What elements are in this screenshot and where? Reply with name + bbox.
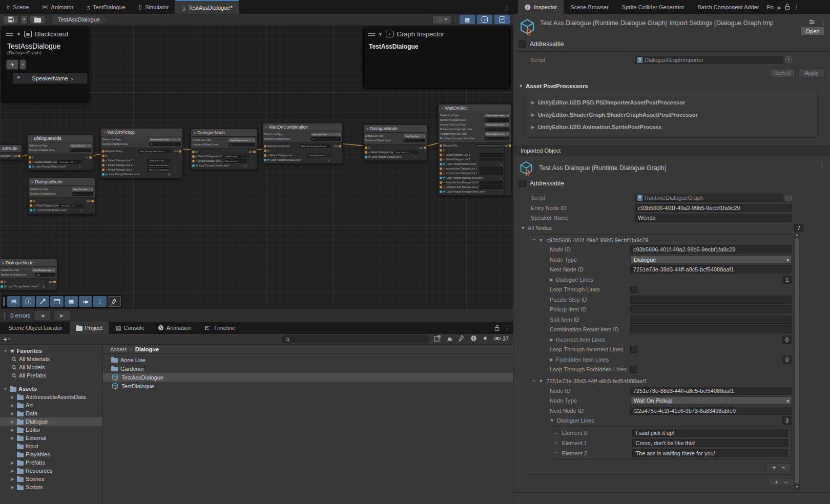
collapse-arrow-icon[interactable]: ▼ bbox=[378, 32, 383, 37]
bool-port[interactable] bbox=[264, 159, 266, 161]
window-button[interactable] bbox=[50, 296, 64, 307]
tab-project[interactable]: Project bbox=[70, 322, 109, 334]
graph-node-start[interactable]: artNode akerName out bbox=[0, 144, 22, 160]
in-port[interactable] bbox=[102, 155, 105, 157]
in-port[interactable] bbox=[29, 156, 31, 159]
blackboard-panel[interactable]: ▼ ▦ Blackboard TestAssDialogue (Dialogue… bbox=[2, 27, 89, 102]
required-item-port[interactable] bbox=[264, 145, 266, 148]
element-row[interactable]: =Element 1Cmon, don't be like this! bbox=[550, 438, 791, 448]
in-port[interactable] bbox=[30, 200, 32, 202]
asset-postprocessors-foldout[interactable]: ▼ Asset PostProcessors bbox=[513, 80, 830, 92]
tab-inspector[interactable]: i Inspector bbox=[518, 0, 564, 14]
element-0-field[interactable]: I said pick it up! bbox=[632, 429, 788, 437]
out-port[interactable] bbox=[509, 144, 511, 147]
project-item-annelise[interactable]: Anne Lise bbox=[103, 355, 513, 364]
object-picker-icon[interactable]: ⊙ bbox=[785, 195, 792, 201]
all-nodes-count[interactable]: 7 bbox=[794, 224, 803, 232]
expand-arrow[interactable]: ▶ bbox=[10, 460, 15, 465]
object-field[interactable]: Meat (Pickup Item Data) bbox=[300, 144, 330, 148]
add-property-button[interactable]: + bbox=[6, 59, 18, 70]
slot-item-id-field[interactable] bbox=[630, 316, 792, 324]
loop-through-lines-checkbox[interactable] bbox=[630, 286, 637, 293]
out-port[interactable] bbox=[18, 155, 20, 157]
count-field[interactable]: 2 bbox=[485, 128, 509, 131]
postprocessor-row[interactable]: ▶UnityEditor.ShaderGraph.ShaderGraphAsse… bbox=[526, 109, 817, 121]
line-port[interactable] bbox=[440, 154, 442, 156]
bool-port[interactable] bbox=[30, 209, 32, 212]
tab-testassdialogue[interactable]: ʒTestAssDialogue* bbox=[175, 0, 239, 14]
loop-checkbox[interactable]: ✓ bbox=[501, 163, 503, 165]
tab-batch-component-adder[interactable]: Batch Component Adder bbox=[691, 0, 766, 14]
in-port[interactable] bbox=[264, 150, 266, 152]
entry-node-id-field[interactable]: c93b5606-401f-49a2-99b5-9ecbf1fa9c29 bbox=[635, 204, 792, 212]
line-port[interactable] bbox=[440, 186, 442, 188]
line-port[interactable] bbox=[102, 164, 105, 166]
tab-scene[interactable]: #Scene bbox=[0, 0, 35, 14]
nodes-add-remove-buttons[interactable]: +− bbox=[769, 478, 794, 486]
tree-folder-dialogue[interactable]: ▶Dialogue bbox=[0, 417, 102, 426]
postprocessor-row[interactable]: ▶UnityEditor.U2D.Animation.SpritePostPro… bbox=[526, 121, 817, 133]
object-menu-icon[interactable]: ⋮ bbox=[819, 162, 825, 169]
bool-port[interactable] bbox=[1, 285, 3, 288]
tab-clipped[interactable]: Po bbox=[765, 0, 774, 14]
expand-arrow[interactable]: ▶ bbox=[10, 485, 15, 490]
tree-all-materials[interactable]: All Materials bbox=[0, 355, 102, 363]
tab-animator[interactable]: ⋈Animator bbox=[35, 0, 80, 14]
panel-menu-icon[interactable]: ⋮ bbox=[501, 325, 513, 334]
expand-arrow[interactable]: ▶ bbox=[10, 419, 15, 424]
tab-more-menu-icon[interactable]: ⋮ bbox=[501, 4, 513, 14]
apply-button[interactable]: Apply bbox=[798, 68, 825, 77]
tab-scene-browser[interactable]: Scene Browser bbox=[564, 0, 615, 14]
search-by-label-icon[interactable] bbox=[459, 335, 465, 342]
node-entry-header[interactable]: =▼c93b5606-401f-49a2-99b5-9ecbf1fa9c29 bbox=[527, 236, 794, 245]
count-field[interactable]: 1 bbox=[311, 137, 341, 141]
next-node-id-field[interactable]: 7251e73e-38d3-44ff-a8c5-bcf54088aaf1 bbox=[630, 265, 792, 274]
line-type-dropdown[interactable]: Say Multiple Lines bbox=[229, 138, 255, 142]
tab-simulator[interactable]: ▯Simulator bbox=[132, 0, 176, 14]
postprocessor-row[interactable]: ▶UnityEditor.U2D.PSD.PSDImporterAssetPos… bbox=[526, 96, 817, 109]
line-port[interactable] bbox=[192, 160, 195, 162]
search-by-type-icon[interactable] bbox=[446, 335, 453, 342]
in-port[interactable] bbox=[1, 281, 3, 283]
remove-node-button[interactable]: − bbox=[784, 479, 787, 485]
tree-all-prefabs[interactable]: All Prefabs bbox=[0, 371, 102, 380]
node-type-dropdown[interactable]: Dialogue bbox=[630, 256, 792, 264]
node-id-field[interactable]: 7251e73e-38d3-44ff-a8c5-bcf54088aaf1 bbox=[630, 387, 792, 395]
tree-folder-resources[interactable]: ▶Resources bbox=[0, 467, 102, 475]
line-type-dropdown[interactable]: Say Multiple Lines bbox=[485, 114, 509, 117]
show-in-project-button[interactable] bbox=[30, 15, 45, 24]
required-pickup-port[interactable] bbox=[102, 150, 105, 153]
out-port[interactable] bbox=[424, 146, 426, 149]
out-port[interactable] bbox=[89, 156, 92, 159]
count-field[interactable]: 2 bbox=[485, 137, 509, 140]
bool-port[interactable] bbox=[29, 165, 31, 168]
add-node-button[interactable]: + bbox=[775, 479, 778, 485]
expand-arrow[interactable]: ▶ bbox=[10, 411, 15, 416]
pickup-item-id-field[interactable] bbox=[630, 305, 792, 313]
tree-folder-art[interactable]: ▶Art bbox=[0, 401, 102, 409]
loop-checkbox[interactable] bbox=[79, 165, 81, 168]
prev-error-button[interactable]: ◀ bbox=[35, 311, 50, 320]
count-field[interactable]: -55 bbox=[35, 273, 55, 277]
add-element-button[interactable]: + bbox=[773, 464, 776, 470]
toggle-blackboard-button[interactable]: ▦ bbox=[460, 15, 475, 24]
object-field[interactable]: Ass (Pickup Item Data) bbox=[139, 150, 171, 153]
object-field[interactable]: Bonfire (Pickup Item Data) bbox=[476, 144, 503, 148]
count-field[interactable]: 1 bbox=[72, 192, 93, 196]
in-port[interactable] bbox=[365, 146, 367, 149]
puzzle-step-id-field[interactable] bbox=[630, 296, 792, 304]
bool-port[interactable] bbox=[365, 156, 367, 158]
nodes-scrollbar[interactable]: ▲ ▼ bbox=[794, 232, 800, 490]
loop-incorrect-checkbox[interactable] bbox=[630, 346, 637, 353]
more-options-button[interactable]: ⋮ bbox=[93, 296, 107, 307]
line-port[interactable] bbox=[192, 155, 195, 158]
in-port[interactable] bbox=[192, 151, 195, 153]
next-tabs-arrow-icon[interactable]: ▶ bbox=[775, 5, 784, 14]
breadcrumb[interactable]: TestAssDialogue bbox=[53, 15, 107, 24]
graph-node-dialogue-3[interactable]: ≡DialogueNode Default Line TypeSay Multi… bbox=[191, 129, 257, 170]
forbidden-item-lines-foldout[interactable]: ▶Forbidden Item Lines0 bbox=[527, 354, 794, 365]
tab-scene-object-locator[interactable]: Scene Object Locator bbox=[2, 322, 69, 334]
out-port[interactable] bbox=[339, 145, 341, 148]
line-port[interactable] bbox=[102, 169, 105, 171]
blackboard-toggle-button[interactable]: ▦ bbox=[65, 296, 78, 307]
